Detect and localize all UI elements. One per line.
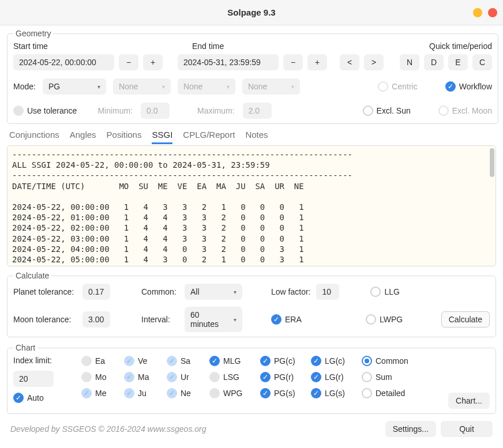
- footer: Developed by SSGEOS © 2016-2024 www.ssge…: [7, 417, 496, 437]
- end-time-input[interactable]: [178, 54, 279, 70]
- ma-check[interactable]: ✓Ma: [124, 372, 156, 382]
- close-icon[interactable]: [488, 8, 497, 17]
- window-controls: [473, 0, 497, 25]
- low-factor-input[interactable]: [316, 284, 339, 300]
- ur-check[interactable]: ✓Ur: [167, 372, 199, 382]
- detailed-radio[interactable]: Detailed: [362, 388, 416, 398]
- mode-extra2-select[interactable]: None▾: [178, 78, 235, 95]
- centric-radio[interactable]: Centric: [378, 81, 417, 92]
- sa-check[interactable]: ✓Sa: [167, 356, 199, 366]
- start-plus-button[interactable]: +: [143, 54, 163, 70]
- wpg-check[interactable]: WPG: [209, 388, 250, 398]
- lgc-check[interactable]: ✓LG(c): [311, 356, 351, 366]
- excl-sun-radio[interactable]: Excl. Sun: [363, 106, 411, 116]
- tabs: Conjunctions Angles Positions SSGI CPLG/…: [7, 127, 496, 144]
- ssgi-output[interactable]: ----------------------------------------…: [7, 145, 496, 266]
- pgs-check[interactable]: ✓PG(s): [260, 388, 301, 398]
- quick-c-button[interactable]: C: [472, 54, 492, 70]
- lgs-check[interactable]: ✓LG(s): [311, 388, 351, 398]
- scrollbar-thumb[interactable]: [490, 148, 494, 177]
- mode-label: Mode:: [13, 82, 36, 91]
- mlg-check[interactable]: ✓MLG: [209, 356, 250, 366]
- calculate-button[interactable]: Calculate: [441, 311, 490, 327]
- chart-legend: Chart: [13, 343, 37, 352]
- ve-check[interactable]: ✓Ve: [124, 356, 156, 366]
- moon-tol-label: Moon tolerance:: [13, 315, 77, 324]
- next-period-button[interactable]: >: [364, 54, 384, 70]
- lgr-check[interactable]: ✓LG(r): [311, 372, 351, 382]
- tab-conjunctions[interactable]: Conjunctions: [9, 130, 59, 144]
- auto-check[interactable]: ✓Auto: [13, 393, 71, 403]
- start-time-label: Start time: [13, 42, 175, 51]
- pgc-check[interactable]: ✓PG(c): [260, 356, 301, 366]
- maximum-label: Maximum:: [197, 106, 235, 115]
- mode-select[interactable]: PG ▾: [43, 78, 106, 95]
- start-time-input[interactable]: [13, 54, 114, 70]
- llg-radio[interactable]: LLG: [370, 287, 399, 297]
- moon-tol-input[interactable]: [82, 311, 110, 327]
- prev-period-button[interactable]: <: [340, 54, 359, 70]
- planet-tol-label: Planet tolerance:: [13, 287, 77, 296]
- workflow-check[interactable]: ✓ Workflow: [445, 81, 492, 92]
- sum-radio[interactable]: Sum: [362, 372, 416, 382]
- tab-cplg[interactable]: CPLG/Report: [183, 130, 235, 144]
- quick-d-button[interactable]: D: [424, 54, 444, 70]
- pgr-check[interactable]: ✓PG(r): [260, 372, 301, 382]
- ne-check: ✓Ne: [167, 388, 199, 398]
- me-check[interactable]: ✓Me: [81, 388, 114, 398]
- tab-angles[interactable]: Angles: [70, 130, 96, 144]
- end-plus-button[interactable]: +: [307, 54, 327, 70]
- mo-check[interactable]: Mo: [81, 372, 114, 382]
- common-radio[interactable]: Common: [362, 356, 416, 366]
- excl-moon-radio[interactable]: Excl. Moon: [438, 106, 492, 116]
- window-title: Solpage 9.3: [227, 7, 275, 17]
- ea-check[interactable]: Ea: [81, 356, 114, 366]
- quit-button[interactable]: Quit: [441, 421, 493, 437]
- common-label: Common:: [141, 287, 179, 296]
- use-tolerance-check[interactable]: Use tolerance: [13, 106, 77, 116]
- chart-group: Chart Index limit: ✓Auto Ea Mo ✓Me ✓Ve ✓…: [7, 343, 496, 414]
- quick-n-button[interactable]: N: [400, 54, 419, 70]
- tab-notes[interactable]: Notes: [245, 130, 268, 144]
- interval-label: Interval:: [141, 315, 179, 324]
- minimum-input: [141, 103, 170, 119]
- end-time-label: End time: [192, 42, 354, 51]
- maximum-input: [243, 103, 272, 119]
- era-check[interactable]: ✓ ERA: [271, 314, 335, 325]
- index-limit-input[interactable]: [13, 371, 54, 387]
- mode-extra3-select[interactable]: None▾: [242, 78, 300, 95]
- end-minus-button[interactable]: −: [283, 54, 303, 70]
- lwpg-radio[interactable]: LWPG: [366, 314, 403, 325]
- calculate-legend: Calculate: [13, 271, 51, 280]
- interval-select[interactable]: 60 minutes▾: [185, 307, 242, 332]
- quick-e-button[interactable]: E: [448, 54, 468, 70]
- settings-button[interactable]: Settings...: [385, 421, 436, 437]
- planet-tol-input[interactable]: [82, 284, 110, 300]
- geometry-legend: Geometry: [13, 29, 53, 38]
- common-select[interactable]: All▾: [185, 284, 242, 300]
- chevron-down-icon: ▾: [97, 84, 100, 90]
- index-limit-label: Index limit:: [13, 356, 71, 365]
- ju-check[interactable]: ✓Ju: [124, 388, 156, 398]
- start-minus-button[interactable]: −: [119, 54, 138, 70]
- quick-time-label: Quick time/period: [388, 42, 492, 51]
- low-factor-label: Low factor:: [271, 287, 310, 296]
- mode-extra1-select[interactable]: None▾: [113, 78, 171, 95]
- footer-credit: Developed by SSGEOS © 2016-2024 www.ssge…: [10, 424, 207, 434]
- geometry-group: Geometry Start time End time Quick time/…: [7, 29, 498, 124]
- minimum-label: Minimum:: [97, 106, 133, 115]
- calculate-group: Calculate Planet tolerance: Common: All▾…: [7, 271, 496, 337]
- minimize-icon[interactable]: [473, 8, 482, 17]
- titlebar: Solpage 9.3: [0, 0, 503, 25]
- lsg-check[interactable]: LSG: [209, 372, 250, 382]
- tab-positions[interactable]: Positions: [107, 130, 142, 144]
- tab-ssgi[interactable]: SSGI: [152, 130, 172, 144]
- chart-button[interactable]: Chart...: [448, 393, 490, 409]
